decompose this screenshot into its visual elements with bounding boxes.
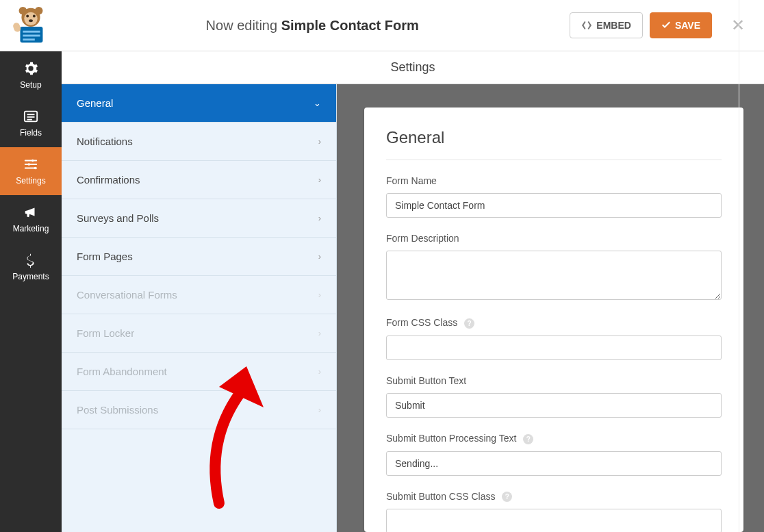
label-submit-processing: Submit Button Processing Text ? <box>386 433 722 444</box>
chevron-right-icon: › <box>318 213 321 223</box>
sliders-icon <box>23 157 38 172</box>
help-icon[interactable]: ? <box>464 318 474 329</box>
svg-point-3 <box>24 12 37 25</box>
svg-rect-8 <box>23 31 40 33</box>
label-submit-css-class: Submit Button CSS Class ? <box>386 491 722 503</box>
chevron-right-icon: › <box>318 405 321 415</box>
top-header: Now editing Simple Contact Form EMBED SA… <box>0 0 764 51</box>
gear-icon <box>23 61 38 76</box>
megaphone-icon <box>23 205 38 220</box>
page-title: Now editing Simple Contact Form <box>62 18 563 34</box>
embed-label: EMBED <box>596 20 631 31</box>
chevron-right-icon: › <box>318 136 321 147</box>
submenu-notifications[interactable]: Notifications › <box>62 123 336 161</box>
general-panel: General Form Name Form Description Form … <box>364 107 743 532</box>
submenu-general[interactable]: General ⌄ <box>62 84 336 123</box>
svg-rect-11 <box>12 22 22 33</box>
label-submit-button-text: Submit Button Text <box>386 375 722 386</box>
nav-setup-label: Setup <box>20 80 41 90</box>
nav-fields[interactable]: Fields <box>0 99 62 147</box>
submenu-post-submissions[interactable]: Post Submissions › <box>62 391 336 429</box>
chevron-right-icon: › <box>318 290 321 300</box>
content-area: General ⌄ Notifications › Confirmations … <box>62 84 764 532</box>
settings-submenu: General ⌄ Notifications › Confirmations … <box>62 84 337 532</box>
label-form-description: Form Description <box>386 233 722 244</box>
submenu-form-pages[interactable]: Form Pages › <box>62 238 336 276</box>
submenu-form-abandonment[interactable]: Form Abandonment › <box>62 353 336 391</box>
title-form-name: Simple Contact Form <box>281 18 419 33</box>
input-submit-button-text[interactable] <box>386 393 722 418</box>
embed-button[interactable]: EMBED <box>570 12 643 38</box>
input-submit-processing[interactable] <box>386 451 722 476</box>
input-submit-css-class[interactable] <box>386 509 722 532</box>
code-icon <box>581 21 592 30</box>
nav-marketing[interactable]: Marketing <box>0 195 62 243</box>
chevron-right-icon: › <box>318 251 321 262</box>
field-form-description: Form Description <box>386 233 722 302</box>
chevron-right-icon: › <box>318 328 321 338</box>
save-label: SAVE <box>675 20 700 31</box>
svg-point-16 <box>31 160 34 162</box>
label-form-css-class: Form CSS Class ? <box>386 317 722 329</box>
nav-settings-label: Settings <box>16 176 45 186</box>
app-logo <box>0 0 62 51</box>
chevron-down-icon: ⌄ <box>314 98 321 108</box>
dollar-icon <box>23 253 38 268</box>
svg-point-1 <box>19 7 27 15</box>
field-form-name: Form Name <box>386 175 722 218</box>
settings-heading: Settings <box>62 51 764 84</box>
submenu-surveys[interactable]: Surveys and Polls › <box>62 199 336 238</box>
svg-point-2 <box>35 7 43 15</box>
help-icon[interactable]: ? <box>502 492 512 502</box>
panel-wrap: General Form Name Form Description Form … <box>337 84 764 532</box>
title-prefix: Now editing <box>206 18 278 33</box>
submenu-confirmations[interactable]: Confirmations › <box>62 161 336 199</box>
nav-marketing-label: Marketing <box>13 224 49 233</box>
svg-rect-10 <box>23 38 34 40</box>
field-submit-button-text: Submit Button Text <box>386 375 722 418</box>
field-form-css-class: Form CSS Class ? <box>386 317 722 360</box>
chevron-right-icon: › <box>318 366 321 377</box>
svg-rect-9 <box>23 35 40 37</box>
nav-payments[interactable]: Payments <box>0 243 62 291</box>
input-form-description[interactable] <box>386 251 722 300</box>
label-form-name: Form Name <box>386 175 722 186</box>
nav-fields-label: Fields <box>20 128 42 138</box>
side-nav: Setup Fields Settings Marketing Payments <box>0 51 62 532</box>
submenu-form-locker[interactable]: Form Locker › <box>62 314 336 353</box>
save-button[interactable]: SAVE <box>650 12 712 38</box>
field-submit-css-class: Submit Button CSS Class ? <box>386 491 722 532</box>
svg-point-17 <box>27 163 30 166</box>
input-form-css-class[interactable] <box>386 335 722 360</box>
panel-heading: General <box>386 128 722 160</box>
nav-payments-label: Payments <box>12 272 49 281</box>
nav-settings[interactable]: Settings <box>0 147 62 195</box>
help-icon[interactable]: ? <box>523 434 533 444</box>
close-icon[interactable]: ✕ <box>726 10 750 40</box>
chevron-right-icon: › <box>318 175 321 185</box>
submenu-conversational[interactable]: Conversational Forms › <box>62 276 336 314</box>
nav-setup[interactable]: Setup <box>0 51 62 99</box>
check-icon <box>661 21 671 30</box>
svg-point-5 <box>33 15 36 18</box>
svg-point-6 <box>29 19 33 22</box>
svg-point-18 <box>34 167 37 170</box>
field-submit-processing: Submit Button Processing Text ? <box>386 433 722 476</box>
svg-point-4 <box>26 15 29 18</box>
list-icon <box>23 109 38 124</box>
input-form-name[interactable] <box>386 193 722 218</box>
